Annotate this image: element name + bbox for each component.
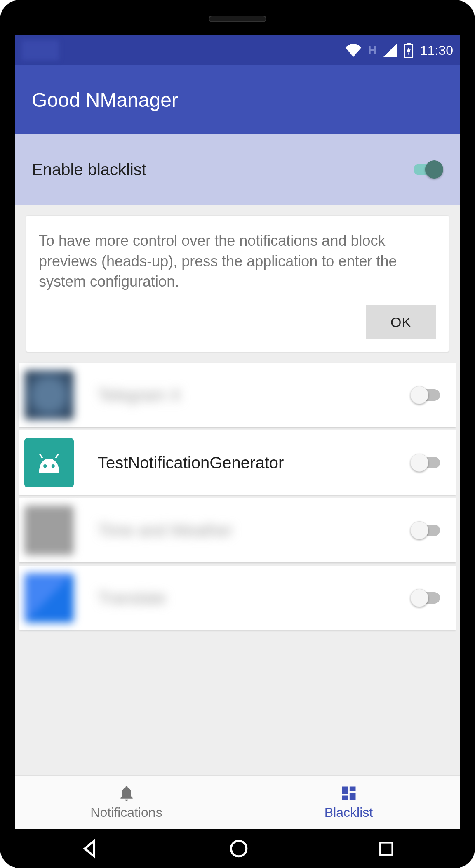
tab-notifications[interactable]: Notifications [15, 776, 238, 829]
app-name-label: Telegram X [98, 386, 386, 405]
enable-blacklist-label: Enable blacklist [32, 160, 146, 179]
tab-blacklist[interactable]: Blacklist [238, 776, 460, 829]
svg-rect-1 [407, 43, 411, 45]
app-row[interactable]: Telegram X [19, 363, 456, 427]
info-card: To have more control over the notificati… [26, 215, 449, 352]
bottom-nav: Notifications Blacklist [15, 775, 460, 829]
home-icon[interactable] [228, 838, 249, 859]
enable-blacklist-toggle[interactable] [410, 160, 443, 179]
system-nav-bar [15, 829, 460, 868]
app-list: Telegram X TestNotificationGenerator Tim… [15, 363, 460, 630]
network-type-indicator: H [368, 44, 376, 57]
app-toggle[interactable] [410, 454, 443, 472]
svg-point-2 [43, 464, 47, 468]
device-speaker [209, 16, 266, 22]
screen: H 11:30 Good NManager Enable blacklist T… [15, 35, 460, 829]
ok-button[interactable]: OK [366, 305, 436, 339]
device-frame: H 11:30 Good NManager Enable blacklist T… [0, 0, 475, 868]
app-toggle[interactable] [410, 386, 443, 404]
dashboard-icon [340, 784, 358, 802]
tab-notifications-label: Notifications [90, 805, 162, 820]
status-notification-blur [22, 40, 59, 60]
enable-blacklist-row[interactable]: Enable blacklist [15, 134, 460, 205]
svg-point-4 [231, 841, 247, 856]
app-icon [24, 370, 74, 420]
back-icon[interactable] [80, 838, 100, 859]
app-row[interactable]: Translate [19, 566, 456, 630]
app-toggle[interactable] [410, 589, 443, 607]
wifi-icon [345, 44, 362, 57]
content-area: To have more control over the notificati… [15, 205, 460, 775]
app-row[interactable]: Time and Weather [19, 498, 456, 562]
bell-icon [118, 784, 136, 802]
app-title: Good NManager [32, 89, 178, 111]
status-time: 11:30 [420, 43, 453, 58]
tab-blacklist-label: Blacklist [325, 805, 373, 820]
info-message: To have more control over the notificati… [39, 231, 436, 292]
app-icon [24, 573, 74, 623]
app-name-label: Time and Weather [98, 521, 386, 540]
app-bar: Good NManager [15, 65, 460, 134]
recents-icon[interactable] [377, 840, 395, 858]
status-right: H 11:30 [345, 43, 453, 58]
svg-rect-5 [381, 842, 393, 854]
app-name-label: Translate [98, 589, 386, 607]
app-name-label: TestNotificationGenerator [98, 454, 386, 472]
battery-charging-icon [404, 43, 414, 58]
svg-point-3 [52, 464, 55, 468]
app-icon [24, 506, 74, 555]
cellular-icon [383, 44, 397, 57]
app-row[interactable]: TestNotificationGenerator [19, 430, 456, 495]
app-toggle[interactable] [410, 521, 443, 539]
status-bar: H 11:30 [15, 35, 460, 65]
app-icon [24, 438, 74, 487]
